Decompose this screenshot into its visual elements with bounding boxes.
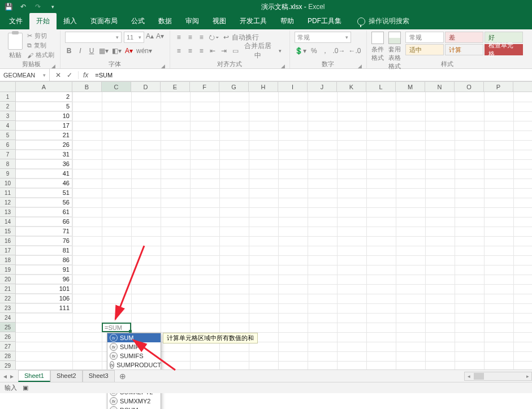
comma-icon[interactable]: ， bbox=[321, 46, 329, 56]
col-header-C[interactable]: C bbox=[102, 82, 131, 92]
col-header-I[interactable]: I bbox=[278, 82, 308, 92]
macro-record-icon[interactable]: ▣ bbox=[23, 384, 28, 391]
row-header-9[interactable]: 9 bbox=[0, 169, 16, 179]
tab-file[interactable]: 文件 bbox=[2, 13, 29, 29]
row-header-22[interactable]: 22 bbox=[0, 294, 16, 303]
cell-A3[interactable]: 10 bbox=[16, 111, 72, 121]
cell-A9[interactable]: 41 bbox=[16, 169, 72, 179]
col-header-K[interactable]: K bbox=[337, 82, 366, 92]
align-left-icon[interactable]: ≡ bbox=[175, 47, 183, 55]
phonetic-button[interactable]: wén▾ bbox=[136, 47, 152, 55]
sheet-nav-next-icon[interactable]: ▸ bbox=[10, 372, 14, 380]
select-all-corner[interactable] bbox=[0, 82, 16, 92]
row-header-21[interactable]: 21 bbox=[0, 284, 16, 294]
align-right-icon[interactable]: ≡ bbox=[197, 47, 205, 55]
row-header-15[interactable]: 15 bbox=[0, 227, 16, 236]
row-header-10[interactable]: 10 bbox=[0, 179, 16, 188]
fx-icon[interactable]: fx bbox=[79, 71, 93, 79]
tab-pdf[interactable]: PDF工具集 bbox=[301, 13, 348, 29]
row-header-6[interactable]: 6 bbox=[0, 140, 16, 150]
orientation-icon[interactable]: ⭮▾ bbox=[209, 33, 219, 41]
autocomplete-item-sum[interactable]: fxSUM bbox=[107, 333, 161, 342]
row-header-7[interactable]: 7 bbox=[0, 150, 16, 159]
col-header-N[interactable]: N bbox=[425, 82, 455, 92]
sheet-tab-sheet3[interactable]: Sheet3 bbox=[83, 370, 115, 382]
column-headers[interactable]: ABCDEFGHIJKLMNOP bbox=[16, 82, 532, 92]
cell-A20[interactable]: 96 bbox=[16, 275, 72, 284]
sheet-tab-sheet2[interactable]: Sheet2 bbox=[50, 370, 83, 382]
horizontal-scrollbar[interactable]: ◂ ▸ bbox=[464, 372, 532, 381]
increase-decimal-icon[interactable]: .0→ bbox=[332, 47, 345, 55]
dialog-launcher-icon[interactable]: ◢ bbox=[358, 63, 362, 69]
row-header-23[interactable]: 23 bbox=[0, 303, 16, 313]
row-header-3[interactable]: 3 bbox=[0, 111, 16, 121]
paste-button[interactable]: 粘贴 bbox=[8, 32, 23, 59]
cell-A6[interactable]: 26 bbox=[16, 140, 72, 150]
border-button[interactable]: ▦▾ bbox=[99, 47, 109, 55]
number-format-combo[interactable]: 常规▾ bbox=[295, 32, 351, 43]
col-header-A[interactable]: A bbox=[16, 82, 72, 92]
tab-review[interactable]: 审阅 bbox=[179, 13, 206, 29]
autocomplete-item-sumif[interactable]: fxSUMIF bbox=[107, 342, 161, 351]
col-header-O[interactable]: O bbox=[455, 82, 484, 92]
scroll-left-icon[interactable]: ◂ bbox=[465, 373, 473, 379]
cell-A17[interactable]: 81 bbox=[16, 246, 72, 255]
row-header-11[interactable]: 11 bbox=[0, 188, 16, 198]
tell-me[interactable]: 操作说明搜索 bbox=[348, 16, 415, 29]
col-header-H[interactable]: H bbox=[249, 82, 278, 92]
row-header-8[interactable]: 8 bbox=[0, 159, 16, 169]
row-header-27[interactable]: 27 bbox=[0, 342, 16, 351]
col-header-L[interactable]: L bbox=[366, 82, 396, 92]
tab-help[interactable]: 帮助 bbox=[274, 13, 301, 29]
col-header-E[interactable]: E bbox=[161, 82, 190, 92]
row-header-20[interactable]: 20 bbox=[0, 275, 16, 284]
increase-indent-icon[interactable]: ⇥ bbox=[220, 47, 228, 55]
tab-home[interactable]: 开始 bbox=[29, 13, 57, 29]
grow-font-icon[interactable]: A▴ bbox=[145, 32, 154, 41]
style-calc[interactable]: 计算 bbox=[445, 44, 483, 55]
row-header-28[interactable]: 28 bbox=[0, 351, 16, 361]
redo-icon[interactable]: ↷ bbox=[33, 2, 43, 12]
cell-A18[interactable]: 86 bbox=[16, 255, 72, 265]
style-bad[interactable]: 差 bbox=[445, 32, 483, 43]
font-size-combo[interactable]: 11▾ bbox=[124, 32, 144, 43]
style-check-cell[interactable]: 检查单元格 bbox=[485, 44, 523, 55]
col-header-B[interactable]: B bbox=[72, 82, 102, 92]
row-header-18[interactable]: 18 bbox=[0, 255, 16, 265]
row-header-5[interactable]: 5 bbox=[0, 130, 16, 140]
percent-icon[interactable]: % bbox=[310, 47, 318, 55]
cell-A2[interactable]: 5 bbox=[16, 102, 72, 111]
italic-button[interactable]: I bbox=[76, 47, 84, 55]
cell-A21[interactable]: 101 bbox=[16, 284, 72, 294]
enter-formula-icon[interactable]: ✓ bbox=[67, 71, 72, 79]
dialog-launcher-icon[interactable]: ◢ bbox=[281, 63, 285, 69]
row-header-1[interactable]: 1 bbox=[0, 92, 16, 102]
font-color-button[interactable]: A▾ bbox=[125, 47, 133, 55]
merge-center-button[interactable]: ▭合并后居中▾ bbox=[231, 41, 284, 60]
bold-button[interactable]: B bbox=[65, 47, 73, 55]
cell-styles-gallery[interactable]: 常规 差 好 适中 计算 检查单元格 bbox=[405, 32, 523, 55]
add-sheet-button[interactable]: ⊕ bbox=[115, 372, 131, 381]
copy-button[interactable]: ⧉复制 bbox=[27, 41, 54, 50]
format-painter-button[interactable]: 🖌格式刷 bbox=[27, 51, 54, 59]
cell-A13[interactable]: 61 bbox=[16, 207, 72, 217]
wrap-text-button[interactable]: ↩自动换行 bbox=[222, 33, 259, 42]
cell-A23[interactable]: 111 bbox=[16, 303, 72, 313]
sheet-tab-sheet1[interactable]: Sheet1 bbox=[18, 370, 50, 382]
col-header-J[interactable]: J bbox=[308, 82, 337, 92]
tab-insert[interactable]: 插入 bbox=[57, 13, 84, 29]
col-header-G[interactable]: G bbox=[219, 82, 249, 92]
decrease-decimal-icon[interactable]: ←.0 bbox=[348, 47, 361, 55]
save-icon[interactable]: 💾 bbox=[3, 2, 14, 12]
cell-A5[interactable]: 21 bbox=[16, 130, 72, 140]
align-top-icon[interactable]: ≡ bbox=[175, 33, 183, 41]
cell-A10[interactable]: 46 bbox=[16, 179, 72, 188]
autocomplete-item-sumifs[interactable]: fxSUMIFS bbox=[107, 351, 161, 360]
shrink-font-icon[interactable]: A▾ bbox=[155, 32, 165, 41]
qat-customize-icon[interactable]: ▾ bbox=[47, 2, 58, 12]
cell-A16[interactable]: 76 bbox=[16, 236, 72, 246]
align-bottom-icon[interactable]: ≡ bbox=[197, 33, 205, 41]
active-cell[interactable]: =SUM bbox=[102, 323, 131, 332]
cell-A14[interactable]: 66 bbox=[16, 217, 72, 227]
accounting-format-icon[interactable]: 💲▾ bbox=[295, 47, 306, 55]
